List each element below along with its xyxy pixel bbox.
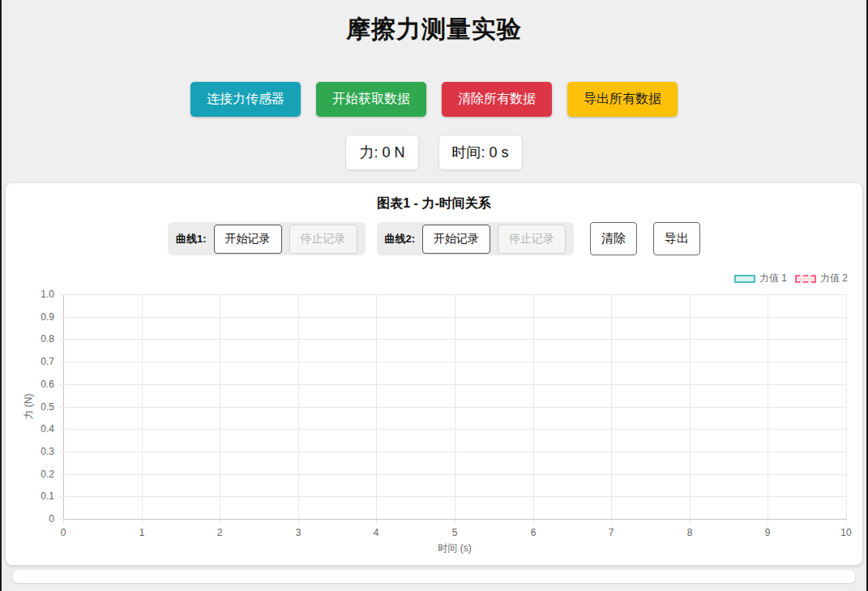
legend-item[interactable]: 力值 2 [795, 272, 848, 285]
chart1-clear-button[interactable]: 清除 [590, 222, 637, 255]
legend-swatch [734, 275, 755, 283]
chart1-title: 图表1 - 力-时间关系 [14, 195, 854, 212]
chart1-export-button[interactable]: 导出 [653, 222, 700, 255]
curve2-controls: 曲线2: 开始记录 停止记录 [377, 222, 575, 255]
second-card-partial [13, 570, 855, 583]
curve1-label: 曲线1: [176, 232, 207, 246]
svg-text:0: 0 [61, 527, 66, 538]
y-axis-title: 力 (N) [23, 394, 34, 420]
curve1-start-record-button[interactable]: 开始记录 [214, 225, 282, 254]
curve2-stop-record-button[interactable]: 停止记录 [498, 225, 566, 254]
start-acquire-button[interactable]: 开始获取数据 [316, 82, 426, 117]
svg-text:1.0: 1.0 [41, 289, 54, 300]
svg-text:1: 1 [139, 527, 145, 538]
time-readout: 时间: 0 s [438, 135, 523, 170]
clear-all-data-button[interactable]: 清除所有数据 [442, 82, 552, 117]
legend-label: 力值 2 [820, 272, 848, 285]
curve2-start-record-button[interactable]: 开始记录 [422, 225, 490, 254]
svg-text:9: 9 [765, 527, 771, 538]
svg-text:0.2: 0.2 [41, 469, 54, 480]
curve1-controls: 曲线1: 开始记录 停止记录 [168, 222, 366, 255]
chart-legend: 力值 1力值 2 [734, 272, 848, 285]
curve2-label: 曲线2: [385, 232, 416, 246]
svg-text:4: 4 [374, 527, 379, 538]
svg-text:6: 6 [531, 527, 537, 538]
chart1-controls: 曲线1: 开始记录 停止记录 曲线2: 开始记录 停止记录 清除 导出 [14, 222, 854, 255]
x-axis-title: 时间 (s) [438, 542, 471, 554]
svg-text:0.1: 0.1 [41, 490, 54, 502]
app-page: 摩擦力测量实验 连接力传感器 开始获取数据 清除所有数据 导出所有数据 力: 0… [2, 0, 866, 591]
export-all-data-button[interactable]: 导出所有数据 [567, 82, 678, 117]
svg-text:8: 8 [687, 527, 693, 538]
chart1-card: 图表1 - 力-时间关系 曲线1: 开始记录 停止记录 曲线2: 开始记录 停止… [6, 183, 862, 565]
svg-text:0.5: 0.5 [41, 401, 54, 413]
svg-text:0.6: 0.6 [41, 379, 54, 390]
svg-text:0: 0 [49, 513, 54, 525]
force-time-chart[interactable]: 力值 1力值 2 01234567891000.10.20.30.40.50.6… [14, 265, 854, 561]
svg-text:3: 3 [296, 527, 301, 538]
svg-text:10: 10 [840, 527, 852, 538]
status-row: 力: 0 N 时间: 0 s [2, 135, 866, 170]
svg-text:0.4: 0.4 [41, 423, 54, 435]
legend-label: 力值 1 [759, 272, 787, 285]
svg-text:7: 7 [609, 527, 614, 538]
svg-text:0.7: 0.7 [41, 356, 54, 367]
connect-sensor-button[interactable]: 连接力传感器 [190, 82, 301, 117]
legend-item[interactable]: 力值 1 [734, 272, 787, 285]
force-readout: 力: 0 N [345, 135, 418, 170]
toolbar: 连接力传感器 开始获取数据 清除所有数据 导出所有数据 [2, 82, 866, 117]
svg-text:5: 5 [452, 527, 458, 538]
chart-canvas[interactable]: 01234567891000.10.20.30.40.50.60.70.80.9… [14, 265, 854, 561]
svg-text:0.8: 0.8 [41, 333, 54, 345]
svg-text:2: 2 [217, 527, 223, 538]
page-title: 摩擦力测量实验 [2, 0, 866, 46]
svg-text:0.9: 0.9 [41, 311, 54, 323]
legend-swatch [795, 275, 816, 283]
svg-text:0.3: 0.3 [41, 446, 54, 457]
curve1-stop-record-button[interactable]: 停止记录 [289, 225, 357, 254]
